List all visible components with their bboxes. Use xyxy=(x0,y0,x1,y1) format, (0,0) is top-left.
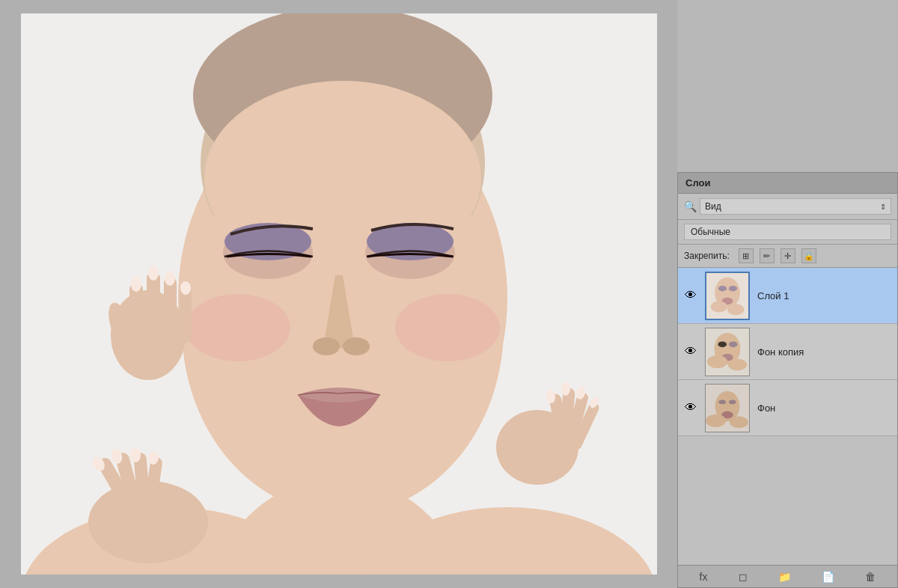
svg-point-14 xyxy=(343,337,370,355)
svg-rect-19 xyxy=(147,272,160,339)
new-layer-button[interactable]: 📄 xyxy=(822,571,834,583)
blend-mode-select[interactable]: Обычные xyxy=(684,224,891,240)
layers-list: 👁 Слой 1 👁 xyxy=(678,268,897,565)
svg-point-25 xyxy=(165,271,175,286)
svg-point-16 xyxy=(395,294,500,361)
main-canvas xyxy=(21,13,657,575)
svg-point-51 xyxy=(727,304,744,315)
layer-name-2: Фон копия xyxy=(757,346,804,358)
svg-rect-20 xyxy=(164,277,177,340)
layer-thumbnail-2 xyxy=(705,328,750,376)
add-mask-button[interactable]: ◻ xyxy=(739,571,748,583)
svg-point-54 xyxy=(718,341,727,347)
layer-item-3[interactable]: 👁 Фон xyxy=(678,380,897,436)
svg-point-61 xyxy=(718,399,726,404)
lock-image-button[interactable]: ✏ xyxy=(760,248,775,263)
layer-item-2[interactable]: 👁 Фон копия xyxy=(678,324,897,380)
svg-point-58 xyxy=(728,358,747,370)
layer-thumbnail-1 xyxy=(705,272,750,320)
layer-visibility-3[interactable]: 👁 xyxy=(682,399,699,416)
svg-point-23 xyxy=(131,277,141,292)
layers-panel: Слои 🔍 Вид ⇕ Обычные Закрепить: ⊞ ✏ ✛ 🔒 xyxy=(677,172,898,588)
svg-point-24 xyxy=(148,266,159,281)
layer-visibility-2[interactable]: 👁 xyxy=(682,343,699,360)
layers-panel-title: Слои xyxy=(678,173,897,194)
svg-point-15 xyxy=(186,294,290,361)
svg-point-57 xyxy=(707,355,727,367)
canvas-area xyxy=(0,0,677,588)
layer-filter-select[interactable]: Вид ⇕ xyxy=(700,198,891,215)
layer-visibility-1[interactable]: 👁 xyxy=(682,287,699,304)
layer-thumbnail-3 xyxy=(705,384,750,432)
chevron-down-icon: ⇕ xyxy=(880,203,886,211)
new-group-button[interactable]: 📁 xyxy=(778,571,791,583)
svg-point-50 xyxy=(711,301,727,312)
layer-name-1: Слой 1 xyxy=(757,290,789,301)
search-icon: 🔍 xyxy=(684,200,697,212)
lock-position-button[interactable]: ✛ xyxy=(781,248,795,263)
svg-point-65 xyxy=(730,416,748,427)
lock-row: Закрепить: ⊞ ✏ ✛ 🔒 xyxy=(678,245,897,268)
svg-point-13 xyxy=(313,337,340,355)
blend-mode-row: Обычные xyxy=(678,220,897,245)
layers-bottom-toolbar: fx ◻ 📁 📄 🗑 xyxy=(678,565,897,587)
delete-layer-button[interactable]: 🗑 xyxy=(865,571,876,583)
lock-all-button[interactable]: 🔒 xyxy=(801,248,816,263)
svg-point-26 xyxy=(180,281,191,295)
layers-panel-area: Слои 🔍 Вид ⇕ Обычные Закрепить: ⊞ ✏ ✛ 🔒 xyxy=(677,0,898,588)
svg-point-62 xyxy=(729,399,736,404)
svg-point-48 xyxy=(729,285,737,290)
add-layer-style-button[interactable]: fx xyxy=(700,571,708,583)
svg-point-55 xyxy=(729,341,738,347)
svg-rect-21 xyxy=(180,287,192,343)
lock-pixels-button[interactable]: ⊞ xyxy=(739,248,754,263)
lock-label: Закрепить: xyxy=(684,251,730,261)
layers-search-row: 🔍 Вид ⇕ xyxy=(678,194,897,220)
panel-top-space xyxy=(677,0,898,172)
layer-item-1[interactable]: 👁 Слой 1 xyxy=(678,268,897,324)
layer-name-3: Фон xyxy=(757,402,775,414)
svg-point-64 xyxy=(706,414,726,426)
svg-point-47 xyxy=(718,285,727,290)
